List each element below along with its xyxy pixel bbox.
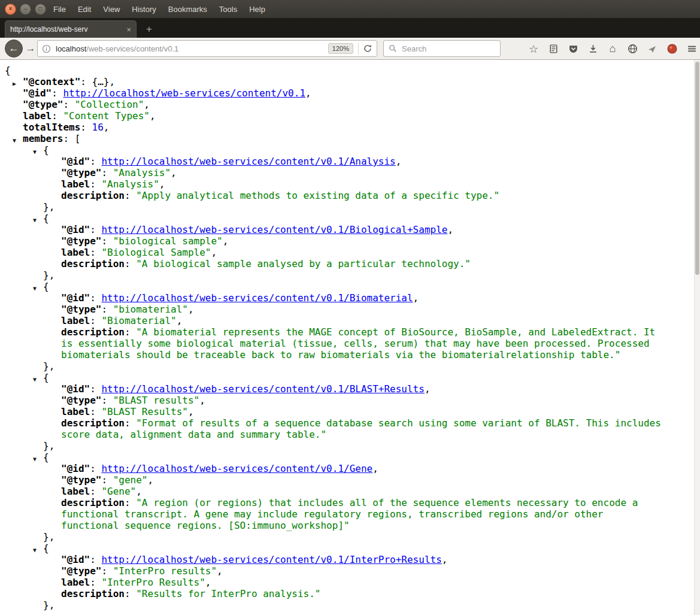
new-tab-button[interactable]: + [141,22,157,37]
json-string: "Results for InterPro analysis." [136,588,320,599]
member-row-label: label: "BLAST Results", [5,406,665,417]
member-id-link[interactable]: http://localhost/web-services/content/v0… [101,383,424,395]
menu-item-tools[interactable]: Tools [219,5,237,14]
punctuation: { [43,281,49,292]
bookmark-star-icon[interactable]: ☆ [528,43,540,55]
punctuation: , [211,247,217,258]
punctuation: : [90,224,101,235]
punctuation: , [144,99,150,110]
back-button[interactable]: ← [5,40,23,57]
member-row-label: label: "Gene", [5,486,665,497]
menubar: File Edit View History Bookmarks Tools H… [53,5,265,14]
json-key: description [61,326,125,338]
punctuation: : [101,167,113,178]
member-id-link[interactable]: http://localhost/web-services/content/v0… [101,463,372,474]
globe-icon[interactable] [626,43,638,55]
json-string: "Gene" [101,486,136,497]
punctuation: : [90,315,101,326]
punctuation: : [90,577,101,588]
reload-button[interactable] [363,44,372,53]
member-id-link[interactable]: http://localhost/web-services/content/v0… [101,292,413,304]
punctuation: : [80,76,92,87]
json-string: "Analysis" [101,178,159,190]
home-icon[interactable]: ⌂ [607,43,619,55]
punctuation: : [90,406,101,417]
forward-button[interactable]: → [25,43,37,54]
punctuation: , [177,315,183,326]
search-input[interactable] [401,44,493,54]
bookmarks-menu-icon[interactable] [547,43,559,55]
menu-item-help[interactable]: Help [249,5,265,14]
tab-close-icon[interactable]: × [126,25,131,34]
browser-window: × − □ File Edit View History Bookmarks T… [0,0,700,615]
member-id-link[interactable]: http://localhost/web-services/content/v0… [101,554,441,565]
member-row-label: label: "Biological Sample", [5,247,665,258]
navigation-toolbar: ← → localhost/web-services/content/v0.1 … [0,38,700,60]
menu-item-file[interactable]: File [53,5,66,14]
forward-arrow-icon: → [26,43,36,54]
window-minimize-button[interactable]: − [20,4,31,15]
titlebar: × − □ File Edit View History Bookmarks T… [0,0,700,18]
json-string: "Biological Sample" [101,247,211,258]
punctuation: { [43,452,49,463]
tab-active[interactable]: http://localhost/web-serv × [5,20,137,38]
member-id-link[interactable]: http://localhost/web-services/content/v0… [101,224,447,235]
menu-item-view[interactable]: View [103,5,120,14]
member-row-id: "@id": http://localhost/web-services/con… [5,463,665,474]
member-row-type: "@type": "InterPro results", [5,565,665,577]
menu-item-history[interactable]: History [132,5,156,14]
punctuation: , [136,486,142,497]
punctuation: , [447,224,453,235]
menu-item-edit[interactable]: Edit [78,5,91,14]
punctuation: : [80,122,92,133]
json-string: "Apply analytical methods to existing da… [136,190,499,201]
punctuation: : [125,588,136,599]
zoom-indicator[interactable]: 120% [328,43,353,54]
punctuation: }, [43,440,54,452]
url-text: localhost/web-services/content/v0.1 [56,44,178,53]
json-key: "@type" [61,395,101,406]
root-id-link[interactable]: http://localhost/web-services/content/v0… [63,87,305,99]
punctuation: : [90,554,101,565]
menu-item-bookmarks[interactable]: Bookmarks [168,5,207,14]
scrollbar-thumb[interactable] [695,62,699,275]
member-close: }, [5,201,665,213]
json-key: "@type" [61,235,101,247]
window-maximize-button[interactable]: □ [35,4,46,15]
member-row-description: description: "Apply analytical methods t… [5,190,665,201]
member-close: }, [5,440,665,452]
member-id-link[interactable]: http://localhost/web-services/content/v0… [101,156,395,167]
window-close-button[interactable]: × [5,4,16,15]
member-row-label: label: "Analysis", [5,178,665,190]
punctuation: }, [43,201,54,213]
collapsed-object-value[interactable]: {…}, [92,76,116,87]
punctuation: [ [75,133,81,144]
url-bar[interactable]: localhost/web-services/content/v0.1 120% [37,40,377,57]
json-key: description [61,258,125,269]
punctuation: : [125,258,136,269]
json-key: "@type" [61,304,101,315]
info-icon[interactable] [42,44,51,53]
punctuation: { [5,65,11,76]
member-open: ▼{ [5,372,665,383]
json-string: "gene" [113,474,148,486]
vertical-scrollbar[interactable] [694,60,700,615]
json-key: "@id" [61,224,90,235]
punctuation: , [171,167,177,178]
member-object: ▼{ "@id": http://localhost/web-services/… [5,452,665,543]
json-key: label [23,110,51,122]
punctuation: : [51,110,63,122]
json-key: label [61,486,90,497]
member-object: ▼{ "@id": http://localhost/web-services/… [5,213,665,281]
extension-icon-red[interactable] [666,43,678,55]
extension-icon-gray[interactable] [646,43,658,55]
downloads-icon[interactable] [587,43,599,55]
json-string: "BLAST Results" [101,406,188,417]
menu-hamburger-icon[interactable] [686,43,698,55]
pocket-icon[interactable] [567,43,579,55]
json-string: "Content Types" [63,110,150,122]
member-object: ▼{ "@id": http://localhost/web-services/… [5,543,665,611]
punctuation: , [188,406,194,417]
member-row-description: description: "Results for InterPro analy… [5,588,665,599]
punctuation: , [217,565,223,577]
